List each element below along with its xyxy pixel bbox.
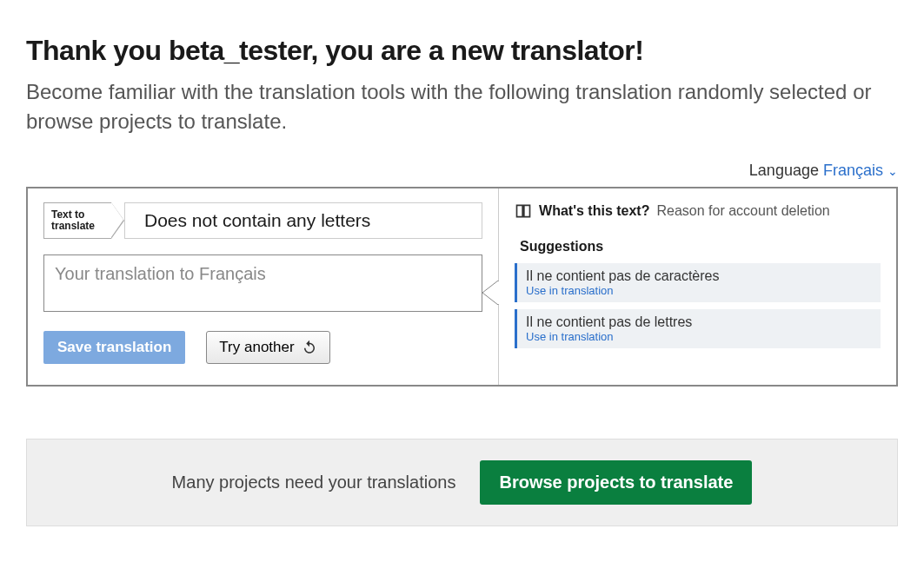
language-bar: Language Français ⌄ xyxy=(26,162,898,180)
suggestion-text: Il ne contient pas de lettres xyxy=(526,314,872,330)
translation-input-wrap xyxy=(43,254,482,315)
source-tag: Text to translate xyxy=(43,202,111,239)
speech-pointer-icon xyxy=(482,281,499,305)
translation-input[interactable] xyxy=(43,254,482,312)
browse-projects-button[interactable]: Browse projects to translate xyxy=(480,460,752,505)
use-in-translation-link[interactable]: Use in translation xyxy=(526,330,872,343)
translation-left-panel: Text to translate Does not contain any l… xyxy=(28,188,499,385)
tag-arrow-icon xyxy=(111,202,123,237)
save-translation-button[interactable]: Save translation xyxy=(43,331,185,364)
footer-prompt: Many projects need your translations xyxy=(172,473,456,492)
whats-this-row: What's this text? Reason for account del… xyxy=(515,202,881,220)
use-in-translation-link[interactable]: Use in translation xyxy=(526,284,872,297)
undo-icon xyxy=(302,340,317,355)
try-another-label: Try another xyxy=(219,339,294,356)
source-text: Does not contain any letters xyxy=(124,202,482,239)
action-buttons: Save translation Try another xyxy=(43,331,482,364)
footer-callout: Many projects need your translations Bro… xyxy=(26,439,898,526)
language-selector[interactable]: Français ⌄ xyxy=(823,162,898,179)
chevron-down-icon: ⌄ xyxy=(887,164,898,178)
suggestions-title: Suggestions xyxy=(520,239,881,254)
context-panel: What's this text? Reason for account del… xyxy=(499,188,896,385)
source-row: Text to translate Does not contain any l… xyxy=(43,202,482,239)
book-icon xyxy=(515,202,532,220)
suggestion-text: Il ne contient pas de caractères xyxy=(526,268,872,284)
page-title: Thank you beta_tester, you are a new tra… xyxy=(26,35,898,67)
svg-marker-0 xyxy=(482,281,498,305)
whats-this-label: What's this text? xyxy=(539,203,649,219)
suggestion-item: Il ne contient pas de caractères Use in … xyxy=(515,263,881,302)
suggestion-item: Il ne contient pas de lettres Use in tra… xyxy=(515,309,881,348)
translation-panel: Text to translate Does not contain any l… xyxy=(26,187,898,387)
whats-this-reason: Reason for account deletion xyxy=(656,203,829,219)
language-current: Français xyxy=(823,162,883,179)
page-subtitle: Become familiar with the translation too… xyxy=(26,77,898,135)
source-tag-label: Text to translate xyxy=(51,209,104,232)
try-another-button[interactable]: Try another xyxy=(206,331,329,364)
language-label: Language xyxy=(749,162,819,179)
